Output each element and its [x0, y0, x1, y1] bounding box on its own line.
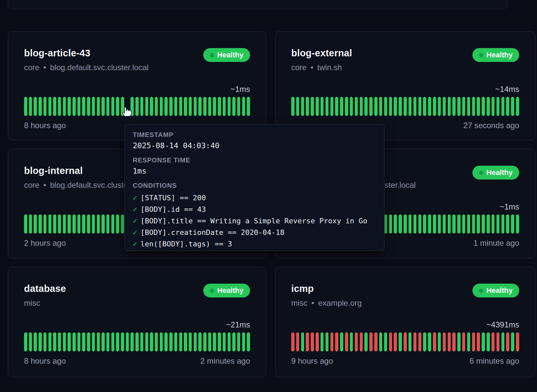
- uptime-bar[interactable]: [379, 332, 382, 351]
- uptime-bar[interactable]: [164, 332, 168, 351]
- uptime-bar[interactable]: [374, 97, 378, 116]
- uptime-bar[interactable]: [428, 332, 431, 351]
- uptime-bar[interactable]: [384, 214, 387, 234]
- uptime-bar[interactable]: [198, 332, 202, 351]
- uptime-bar[interactable]: [121, 214, 124, 234]
- uptime-bar[interactable]: [345, 97, 348, 116]
- uptime-bar[interactable]: [350, 332, 353, 351]
- uptime-bar[interactable]: [247, 332, 250, 351]
- uptime-bar[interactable]: [77, 332, 81, 351]
- uptime-bar[interactable]: [116, 97, 119, 116]
- uptime-bar[interactable]: [404, 214, 407, 234]
- uptime-bar[interactable]: [150, 97, 153, 116]
- uptime-bar[interactable]: [242, 97, 245, 116]
- uptime-bar[interactable]: [467, 97, 470, 116]
- uptime-bar[interactable]: [413, 332, 417, 351]
- uptime-bar[interactable]: [48, 332, 52, 351]
- uptime-bar[interactable]: [242, 332, 245, 351]
- uptime-bar[interactable]: [511, 97, 514, 116]
- uptime-bar[interactable]: [39, 214, 42, 234]
- uptime-bar[interactable]: [477, 97, 480, 116]
- uptime-bar[interactable]: [174, 332, 178, 351]
- uptime-bar[interactable]: [68, 332, 71, 351]
- uptime-bar[interactable]: [360, 332, 363, 351]
- uptime-bar[interactable]: [92, 332, 95, 351]
- uptime-bar[interactable]: [467, 214, 470, 234]
- uptime-bar[interactable]: [169, 97, 173, 116]
- uptime-bar[interactable]: [53, 97, 56, 116]
- uptime-bar[interactable]: [296, 332, 299, 351]
- uptime-bar[interactable]: [203, 332, 207, 351]
- uptime-bar[interactable]: [355, 97, 358, 116]
- uptime-bar[interactable]: [58, 97, 61, 116]
- uptime-bar[interactable]: [311, 97, 314, 116]
- uptime-bar[interactable]: [92, 214, 95, 234]
- uptime-bar[interactable]: [472, 332, 475, 351]
- uptime-bar[interactable]: [126, 332, 129, 351]
- uptime-bar[interactable]: [77, 97, 81, 116]
- uptime-bar[interactable]: [316, 332, 319, 351]
- uptime-bar[interactable]: [321, 332, 324, 351]
- uptime-bar[interactable]: [467, 332, 470, 351]
- uptime-bar[interactable]: [389, 97, 392, 116]
- uptime-bar[interactable]: [399, 214, 402, 234]
- uptime-bar[interactable]: [140, 97, 144, 116]
- uptime-bar[interactable]: [355, 332, 358, 351]
- uptime-bar[interactable]: [369, 332, 373, 351]
- uptime-bar[interactable]: [413, 97, 417, 116]
- uptime-bar[interactable]: [482, 332, 485, 351]
- uptime-bar[interactable]: [433, 214, 436, 234]
- uptime-bar[interactable]: [39, 97, 42, 116]
- uptime-bar[interactable]: [43, 214, 47, 234]
- uptime-bar[interactable]: [301, 332, 304, 351]
- uptime-bar[interactable]: [335, 332, 338, 351]
- uptime-bar[interactable]: [121, 332, 124, 351]
- uptime-bar[interactable]: [24, 97, 27, 116]
- uptime-bar[interactable]: [174, 97, 178, 116]
- uptime-bar[interactable]: [345, 332, 348, 351]
- uptime-bar[interactable]: [72, 214, 76, 234]
- uptime-bar[interactable]: [409, 97, 412, 116]
- uptime-bar[interactable]: [452, 97, 456, 116]
- uptime-bar[interactable]: [487, 214, 490, 234]
- uptime-bar[interactable]: [496, 214, 500, 234]
- uptime-bar[interactable]: [477, 214, 480, 234]
- uptime-bar[interactable]: [155, 97, 158, 116]
- uptime-bar[interactable]: [34, 97, 37, 116]
- uptime-bar[interactable]: [482, 97, 485, 116]
- uptime-bar[interactable]: [394, 332, 397, 351]
- uptime-bar[interactable]: [335, 97, 338, 116]
- uptime-bar[interactable]: [516, 97, 519, 116]
- uptime-bar[interactable]: [438, 97, 441, 116]
- uptime-bar[interactable]: [29, 332, 32, 351]
- uptime-bar[interactable]: [291, 97, 295, 116]
- uptime-bar[interactable]: [68, 97, 71, 116]
- uptime-bar[interactable]: [404, 97, 407, 116]
- uptime-bar[interactable]: [501, 214, 505, 234]
- uptime-bar[interactable]: [223, 97, 226, 116]
- uptime-bar[interactable]: [350, 97, 353, 116]
- uptime-bar[interactable]: [247, 97, 250, 116]
- uptime-bar[interactable]: [301, 97, 304, 116]
- uptime-bar[interactable]: [232, 97, 236, 116]
- uptime-bar[interactable]: [506, 97, 509, 116]
- uptime-bar[interactable]: [418, 214, 422, 234]
- uptime-bar[interactable]: [58, 332, 61, 351]
- uptime-bar[interactable]: [428, 97, 431, 116]
- uptime-bar[interactable]: [203, 97, 207, 116]
- uptime-bar[interactable]: [423, 97, 426, 116]
- uptime-bar[interactable]: [77, 214, 81, 234]
- uptime-bar[interactable]: [418, 97, 422, 116]
- uptime-bar[interactable]: [63, 97, 66, 116]
- uptime-bar[interactable]: [24, 214, 27, 234]
- uptime-bar[interactable]: [63, 214, 66, 234]
- uptime-bar[interactable]: [72, 97, 76, 116]
- uptime-bar[interactable]: [189, 332, 192, 351]
- uptime-bar[interactable]: [237, 332, 240, 351]
- uptime-bar[interactable]: [218, 332, 221, 351]
- uptime-bar[interactable]: [155, 332, 158, 351]
- uptime-bar[interactable]: [82, 214, 85, 234]
- uptime-bar[interactable]: [208, 97, 212, 116]
- uptime-bar[interactable]: [506, 332, 509, 351]
- uptime-bar[interactable]: [394, 214, 397, 234]
